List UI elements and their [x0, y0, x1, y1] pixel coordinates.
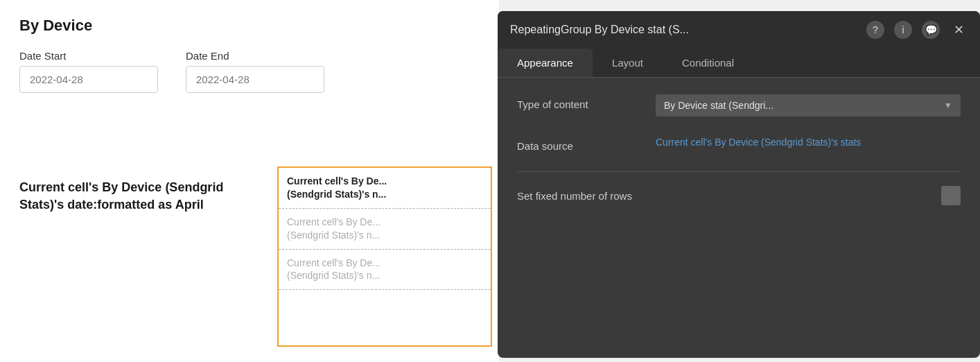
date-start-group: Date Start — [19, 50, 158, 93]
fixed-rows-label: Set fixed number of rows — [517, 190, 632, 202]
type-of-content-label: Type of content — [517, 94, 642, 110]
repeating-group-area: Current cell's By De...(Sendgrid Stats)'… — [277, 166, 492, 347]
chat-icon[interactable]: 💬 — [922, 21, 940, 39]
date-end-group: Date End — [186, 50, 324, 93]
date-start-input[interactable] — [19, 66, 158, 93]
fixed-rows-row: Set fixed number of rows — [517, 171, 961, 205]
rg-cell-2: Current cell's By De...(Sendgrid Stats)'… — [279, 209, 491, 250]
type-of-content-selected: By Device stat (Sendgri... — [664, 100, 773, 111]
tab-layout[interactable]: Layout — [593, 49, 663, 77]
data-source-label: Data source — [517, 136, 642, 152]
dropdown-chevron-icon: ▼ — [944, 101, 952, 110]
date-end-label: Date End — [186, 50, 324, 62]
data-source-row: Data source Current cell's By Device (Se… — [517, 136, 961, 152]
data-source-link[interactable]: Current cell's By Device (Sendgrid Stats… — [656, 137, 861, 148]
modal-header: RepeatingGroup By Device stat (S... ? i … — [498, 11, 980, 49]
rg-cell-1: Current cell's By De...(Sendgrid Stats)'… — [279, 168, 491, 209]
bold-text: Current cell's By Device (Sendgrid Stats… — [19, 179, 248, 214]
bold-text-block: Current cell's By Device (Sendgrid Stats… — [19, 179, 248, 214]
info-icon[interactable]: i — [894, 21, 912, 39]
modal-title: RepeatingGroup By Device stat (S... — [510, 24, 689, 36]
page-title: By Device — [19, 17, 480, 35]
modal-tabs: Appearance Layout Conditional — [498, 49, 980, 78]
tab-appearance[interactable]: Appearance — [498, 49, 593, 77]
rg-cell-3: Current cell's By De...(Sendgrid Stats)'… — [279, 250, 491, 291]
close-icon[interactable]: ✕ — [950, 21, 968, 39]
tab-conditional[interactable]: Conditional — [663, 49, 753, 77]
type-of-content-dropdown[interactable]: By Device stat (Sendgri... ▼ — [656, 94, 961, 117]
data-source-value: Current cell's By Device (Sendgrid Stats… — [656, 136, 961, 150]
type-of-content-row: Type of content By Device stat (Sendgri.… — [517, 94, 961, 117]
date-start-label: Date Start — [19, 50, 158, 62]
fixed-rows-toggle[interactable] — [941, 186, 961, 205]
type-of-content-value: By Device stat (Sendgri... ▼ — [656, 94, 961, 117]
modal-body: Type of content By Device stat (Sendgri.… — [498, 78, 980, 358]
modal-icons: ? i 💬 ✕ — [866, 21, 968, 39]
modal-panel: RepeatingGroup By Device stat (S... ? i … — [498, 11, 980, 358]
date-end-input[interactable] — [186, 66, 324, 93]
help-icon[interactable]: ? — [866, 21, 884, 39]
date-row: Date Start Date End — [19, 50, 480, 93]
